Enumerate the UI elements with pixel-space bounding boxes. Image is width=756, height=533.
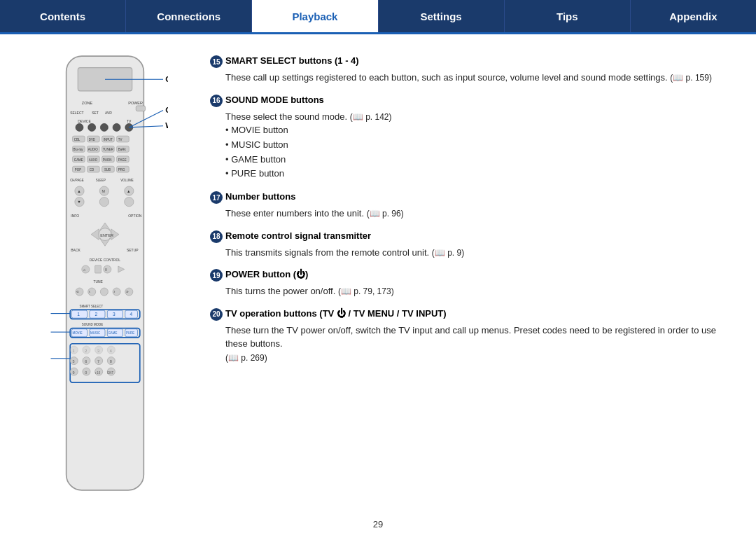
- svg-point-13: [113, 123, 120, 131]
- content-section: 15 SMART SELECT buttons (1 - 4) These ca…: [210, 48, 735, 498]
- svg-text:INFO: INFO: [71, 214, 79, 218]
- svg-text:8: 8: [110, 359, 112, 364]
- section-16-ref: (📖 p. 142): [350, 112, 392, 122]
- section-18-block: 18 Remote control signal transmitter Thi…: [210, 230, 735, 260]
- svg-point-116: [107, 346, 115, 354]
- page-number: 29: [0, 512, 756, 533]
- svg-text:ENT: ENT: [107, 371, 113, 375]
- svg-point-83: [100, 288, 108, 296]
- svg-text:PRG: PRG: [118, 168, 125, 172]
- svg-text:4: 4: [130, 312, 132, 317]
- svg-text:MUSIC: MUSIC: [90, 331, 101, 335]
- section-16-list: MOVIE button MUSIC button GAME button PU…: [225, 123, 735, 181]
- svg-text:»: »: [126, 289, 129, 294]
- svg-text:1: 1: [77, 312, 80, 317]
- section-19-title: 19 POWER button (⏻): [210, 269, 735, 282]
- remote-section: ZONE POWER SELECT SET AVR DEVICE TV: [21, 48, 189, 498]
- svg-rect-4: [136, 106, 145, 111]
- svg-text:SOUND MODE: SOUND MODE: [82, 323, 103, 326]
- svg-text:W: W: [165, 121, 168, 130]
- svg-text:GAME: GAME: [108, 331, 117, 335]
- section-18-ref: (📖 p. 9): [432, 248, 464, 258]
- nav-tips[interactable]: Tips: [505, 0, 631, 32]
- section-16-num: 16: [210, 95, 223, 107]
- nav-appendix[interactable]: Appendix: [631, 0, 756, 32]
- svg-text:SLEEP: SLEEP: [96, 179, 106, 182]
- svg-text:VOLUME: VOLUME: [120, 179, 134, 182]
- nav-connections[interactable]: Connections: [126, 0, 252, 32]
- section-16-block: 16 SOUND MODE buttons These select the s…: [210, 95, 735, 182]
- section-18-title: 18 Remote control signal transmitter: [210, 230, 735, 243]
- svg-text:PURE: PURE: [126, 331, 134, 335]
- svg-text:6: 6: [85, 359, 87, 364]
- svg-point-113: [70, 346, 78, 354]
- svg-point-115: [95, 346, 103, 354]
- section-15-title: 15 SMART SELECT buttons (1 - 4): [210, 55, 735, 68]
- svg-text:AUXO: AUXO: [89, 158, 98, 162]
- svg-text:3: 3: [113, 312, 115, 317]
- svg-rect-74: [95, 265, 102, 273]
- section-20-title: 20 TV operation buttons (TV ⏻ / TV MENU …: [210, 308, 735, 321]
- section-15-ref: (📖 p. 159): [670, 73, 712, 83]
- remote-illustration: ZONE POWER SELECT SET AVR DEVICE TV: [42, 48, 168, 498]
- section-16-title: 16 SOUND MODE buttons: [210, 95, 735, 107]
- section-17-body: These enter numbers into the unit. (📖 p.…: [225, 207, 735, 221]
- section-20-body: These turn the TV power on/off, switch t…: [225, 324, 735, 365]
- section-20-block: 20 TV operation buttons (TV ⏻ / TV MENU …: [210, 308, 735, 365]
- svg-point-60: [125, 198, 134, 207]
- svg-point-11: [88, 123, 96, 131]
- svg-text:BACK: BACK: [71, 248, 80, 252]
- list-item: MUSIC button: [225, 138, 735, 153]
- svg-text:›: ›: [113, 289, 115, 294]
- list-item: MOVIE button: [225, 123, 735, 138]
- section-15-num: 15: [210, 55, 223, 68]
- svg-text:▲: ▲: [77, 189, 80, 193]
- svg-text:SET: SET: [92, 111, 99, 115]
- svg-text:II: II: [105, 268, 108, 272]
- nav-settings[interactable]: Settings: [379, 0, 505, 32]
- svg-text:Q: Q: [165, 75, 168, 83]
- navigation-bar: Contents Connections Playback Settings T…: [0, 0, 756, 32]
- svg-text:ENTER: ENTER: [100, 233, 113, 237]
- svg-text:CH/PAGE: CH/PAGE: [70, 179, 84, 182]
- nav-contents[interactable]: Contents: [0, 0, 126, 32]
- svg-text:‹: ‹: [89, 289, 90, 294]
- svg-text:ZONE: ZONE: [82, 101, 93, 105]
- svg-text:7: 7: [97, 359, 99, 364]
- nav-playback[interactable]: Playback: [252, 0, 378, 32]
- svg-text:PAGE: PAGE: [118, 158, 127, 162]
- svg-text:AVR: AVR: [105, 111, 112, 115]
- svg-text:2: 2: [95, 312, 98, 317]
- section-17-block: 17 Number buttons These enter numbers in…: [210, 191, 735, 221]
- list-item: PURE button: [225, 167, 735, 181]
- section-15-body: These call up settings registered to eac…: [225, 71, 735, 85]
- section-20-num: 20: [210, 308, 223, 321]
- svg-text:DEVICE CONTROL: DEVICE CONTROL: [90, 258, 120, 262]
- section-19-block: 19 POWER button (⏻) This turns the power…: [210, 269, 735, 298]
- section-18-body: This transmits signals from the remote c…: [225, 246, 735, 260]
- section-17-num: 17: [210, 191, 223, 204]
- svg-text:SELECT: SELECT: [70, 111, 83, 115]
- svg-text:SMART SELECT: SMART SELECT: [79, 305, 103, 308]
- svg-text:CBL: CBL: [74, 138, 80, 141]
- main-content: ZONE POWER SELECT SET AVR DEVICE TV: [0, 34, 756, 512]
- svg-text:DEVICE: DEVICE: [78, 119, 91, 123]
- svg-point-10: [76, 123, 83, 131]
- svg-text:OPTION: OPTION: [128, 214, 141, 218]
- svg-text:GAME: GAME: [74, 158, 83, 162]
- svg-text:▼: ▼: [77, 200, 80, 204]
- section-20-ref: (📖 p. 269): [225, 353, 267, 363]
- svg-text:+10: +10: [95, 371, 101, 375]
- list-item: GAME button: [225, 153, 735, 167]
- section-18-num: 18: [210, 230, 223, 243]
- section-17-title: 17 Number buttons: [210, 191, 735, 204]
- svg-point-58: [99, 198, 108, 207]
- svg-text:SETUP: SETUP: [127, 248, 139, 252]
- section-15-block: 15 SMART SELECT buttons (1 - 4) These ca…: [210, 55, 735, 85]
- svg-text:5: 5: [73, 359, 75, 364]
- svg-text:POP: POP: [75, 168, 81, 172]
- svg-text:TUNER: TUNER: [103, 148, 113, 151]
- svg-text:Blu-ray: Blu-ray: [74, 148, 84, 151]
- svg-text:TV: TV: [127, 119, 132, 123]
- svg-text:9: 9: [73, 371, 75, 375]
